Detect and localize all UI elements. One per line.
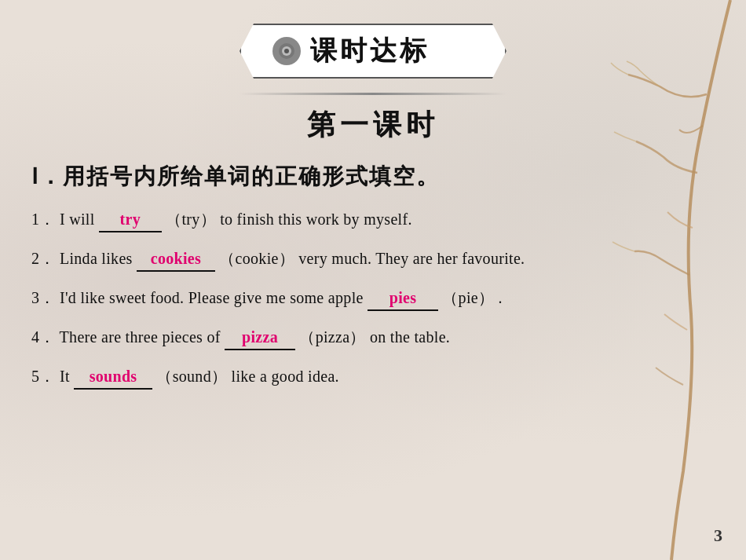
exercise-hint-4: （pizza）	[299, 328, 365, 346]
exercise-answer-5: sounds	[74, 364, 152, 390]
exercise-hint-2: （cookie）	[219, 250, 294, 267]
exercise-hint-3: （pie）	[442, 289, 494, 306]
exercise-after-2: very much. They are her favourite.	[298, 250, 525, 267]
exercise-number-1: 1．	[31, 210, 56, 228]
exercise-number-3: 3．	[31, 289, 56, 306]
exercise-after-1: to finish this work by myself.	[220, 210, 412, 228]
exercise-answer-3: pies	[368, 286, 438, 311]
banner-underline	[31, 93, 715, 95]
header-banner: 课时达标	[31, 24, 715, 79]
subtitle: 第一课时	[31, 106, 715, 145]
section-title: Ⅰ．用括号内所给单词的正确形式填空。	[31, 162, 715, 192]
exercise-number-4: 4．	[31, 328, 56, 346]
banner-icon	[272, 37, 301, 65]
exercise-item-1: 1． I will try （try） to finish this work …	[31, 207, 715, 232]
exercise-item-3: 3． I'd like sweet food. Please give me s…	[31, 286, 715, 311]
exercise-item-4: 4． There are three pieces of pizza （pizz…	[31, 325, 715, 350]
main-content: 课时达标 第一课时 Ⅰ．用括号内所给单词的正确形式填空。 1． I will t…	[0, 0, 746, 405]
page-number: 3	[714, 525, 722, 546]
banner-box: 课时达标	[240, 24, 506, 79]
exercise-before-3: I'd like sweet food. Please give me some…	[60, 289, 364, 306]
exercise-item-2: 2． Linda likes cookies （cookie） very muc…	[31, 247, 715, 272]
exercise-answer-1: try	[99, 207, 162, 232]
exercise-hint-1: （try）	[166, 210, 216, 228]
exercise-before-4: There are three pieces of	[60, 328, 221, 346]
exercise-after-3: .	[499, 289, 503, 306]
exercise-hint-5: （sound）	[156, 368, 227, 385]
exercise-list: 1． I will try （try） to finish this work …	[31, 207, 715, 390]
exercise-before-2: Linda likes	[60, 250, 133, 267]
exercise-before-5: It	[60, 368, 70, 385]
exercise-number-5: 5．	[31, 368, 56, 385]
exercise-item-5: 5． It sounds （sound） like a good idea.	[31, 364, 715, 390]
exercise-after-4: on the table.	[370, 328, 450, 346]
banner-title: 课时达标	[310, 33, 430, 69]
exercise-before-1: I will	[60, 210, 95, 228]
banner-underline-line	[240, 93, 506, 95]
svg-point-2	[284, 49, 289, 53]
exercise-number-2: 2．	[31, 250, 56, 267]
exercise-answer-4: pizza	[225, 325, 295, 350]
exercise-after-5: like a good idea.	[232, 368, 339, 385]
exercise-answer-2: cookies	[137, 247, 215, 272]
